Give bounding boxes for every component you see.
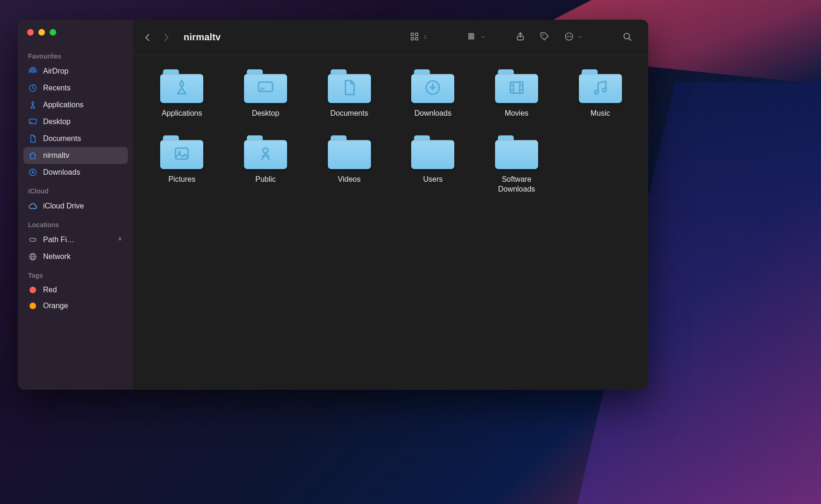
folder-label: Applications [162, 109, 202, 119]
picture-glyph-icon [172, 144, 191, 165]
search-button[interactable] [618, 29, 636, 46]
folder-label: Users [423, 175, 443, 185]
sidebar-item-label: Documents [43, 134, 81, 143]
airdrop-icon [28, 67, 37, 76]
music-glyph-icon [591, 78, 610, 99]
folder-icon [244, 69, 287, 103]
folder-item[interactable]: Desktop [231, 69, 301, 119]
content-area[interactable]: ApplicationsDesktopDocumentsDownloadsMov… [134, 55, 648, 390]
updown-icon [422, 33, 428, 42]
tag-orange-icon [30, 303, 36, 309]
view-mode-button[interactable] [406, 29, 432, 46]
icon-view-icon [409, 31, 420, 44]
chevron-down-icon [577, 33, 583, 42]
folder-label: Desktop [252, 109, 280, 119]
folder-label: Pictures [168, 175, 195, 185]
nav-arrows [142, 32, 177, 43]
sidebar-item-path-fi[interactable]: Path Fi… [23, 231, 128, 248]
folder-icon [495, 135, 538, 169]
sidebar-item-documents[interactable]: Documents [23, 130, 128, 147]
folder-item[interactable]: Users [398, 135, 468, 194]
sidebar-item-label: Orange [43, 302, 68, 310]
download-glyph-icon [423, 78, 442, 99]
tag-red-icon [30, 287, 36, 293]
clock-icon [28, 83, 37, 93]
back-button[interactable] [142, 32, 153, 43]
sidebar-item-downloads[interactable]: Downloads [23, 164, 128, 181]
sidebar-item-applications[interactable]: Applications [23, 96, 128, 113]
traffic-lights [23, 29, 128, 46]
sidebar-item-label: Network [43, 252, 71, 261]
sidebar-item-recents[interactable]: Recents [23, 80, 128, 96]
sidebar-item-label: Path Fi… [43, 236, 74, 244]
sidebar-item-label: Desktop [43, 118, 71, 126]
sidebar-item-label: nirmaltv [43, 151, 69, 160]
public-glyph-icon [256, 144, 275, 165]
folder-item[interactable]: Applications [147, 69, 217, 119]
folder-label: Downloads [414, 109, 451, 119]
section-title-icloud: iCloud [23, 181, 128, 198]
sidebar-item-airdrop[interactable]: AirDrop [23, 63, 128, 80]
document-icon [28, 134, 37, 143]
section-title-favourites: Favourites [23, 46, 128, 63]
section-title-tags: Tags [23, 265, 128, 282]
action-menu-button[interactable] [560, 29, 586, 46]
folder-label: Software Downloads [484, 175, 549, 194]
folder-label: Public [255, 175, 276, 185]
group-by-button[interactable] [464, 29, 490, 46]
tags-button[interactable] [536, 29, 554, 46]
main-pane: nirmaltv [134, 20, 648, 390]
home-icon [28, 151, 37, 160]
folder-icon [328, 135, 371, 169]
close-button[interactable] [27, 29, 34, 36]
sidebar-item-label: AirDrop [43, 67, 68, 75]
apps-glyph-icon [172, 78, 191, 99]
folder-icon [411, 135, 454, 169]
sidebar-item-label: iCloud Drive [43, 202, 84, 210]
folder-grid: ApplicationsDesktopDocumentsDownloadsMov… [147, 69, 635, 194]
forward-button[interactable] [161, 32, 171, 43]
sidebar-item-network[interactable]: Network [23, 248, 128, 265]
disk-icon [28, 235, 37, 245]
folder-icon [160, 69, 203, 103]
folder-label: Videos [338, 175, 361, 185]
sidebar-item-icloud-drive[interactable]: iCloud Drive [23, 198, 128, 215]
folder-item[interactable]: Public [231, 135, 301, 194]
globe-icon [28, 252, 37, 261]
folder-item[interactable]: Movies [482, 69, 552, 119]
tag-icon [540, 31, 550, 44]
minimize-button[interactable] [38, 29, 45, 36]
folder-icon [160, 135, 203, 169]
toolbar: nirmaltv [134, 20, 648, 55]
more-icon [564, 31, 574, 44]
download-icon [28, 168, 37, 177]
folder-item[interactable]: Downloads [398, 69, 468, 119]
folder-label: Movies [505, 109, 529, 119]
folder-item[interactable]: Software Downloads [482, 135, 552, 194]
search-icon [622, 31, 632, 44]
zoom-button[interactable] [50, 29, 56, 36]
sidebar-item-tag-red[interactable]: Red [23, 282, 128, 298]
folder-icon [579, 69, 622, 103]
sidebar-item-label: Downloads [43, 168, 80, 177]
sidebar-item-desktop[interactable]: Desktop [23, 113, 128, 130]
desktop-icon [28, 117, 37, 126]
window-title: nirmaltv [184, 32, 221, 43]
folder-item[interactable]: Documents [314, 69, 384, 119]
folder-item[interactable]: Videos [314, 135, 384, 194]
doc-glyph-icon [340, 78, 359, 99]
folder-icon [244, 135, 287, 169]
chevron-down-icon [481, 33, 486, 42]
folder-item[interactable]: Pictures [147, 135, 217, 194]
sidebar-item-label: Recents [43, 84, 71, 92]
sidebar-item-label: Applications [43, 101, 83, 109]
desktop-glyph-icon [256, 78, 275, 99]
sidebar-item-home[interactable]: nirmaltv [23, 147, 128, 164]
movie-glyph-icon [507, 78, 526, 99]
folder-icon [411, 69, 454, 103]
cloud-icon [28, 201, 37, 211]
share-button[interactable] [511, 29, 529, 46]
eject-icon[interactable] [117, 236, 123, 244]
folder-item[interactable]: Music [565, 69, 635, 119]
sidebar-item-tag-orange[interactable]: Orange [23, 298, 128, 314]
